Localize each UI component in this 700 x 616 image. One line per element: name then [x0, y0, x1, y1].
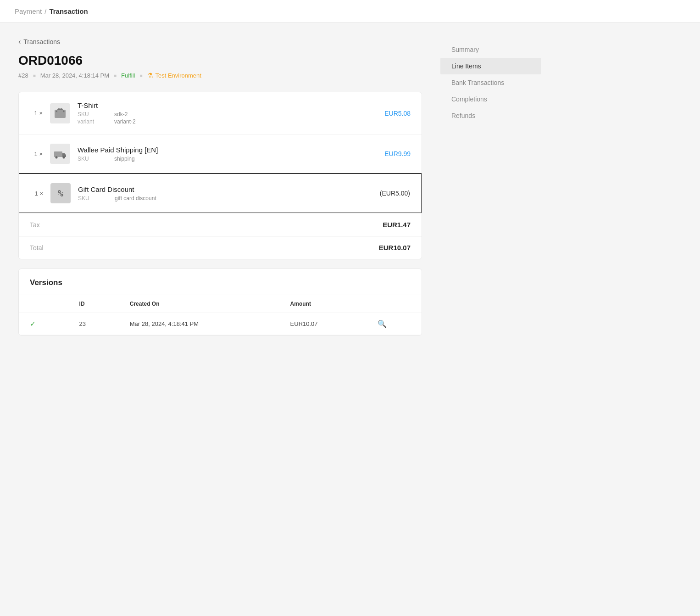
row-id: 23	[68, 313, 119, 335]
transaction-date: Mar 28, 2024, 4:18:14 PM	[40, 72, 109, 79]
item-name-shipping: Wallee Paid Shipping [EN]	[78, 146, 367, 154]
fulfill-link[interactable]: Fulfill	[121, 72, 135, 79]
row-amount: EUR10.07	[279, 313, 367, 335]
breadcrumb-payment[interactable]: Payment	[15, 7, 42, 15]
line-item-tshirt[interactable]: 1 × T-Shirt SKU sdk-2 variant variant-2	[19, 92, 422, 134]
item-name-tshirt: T-Shirt	[78, 101, 367, 109]
col-amount: Amount	[279, 295, 367, 313]
sidebar-item-completions[interactable]: Completions	[440, 91, 541, 107]
svg-point-3	[63, 157, 65, 159]
tax-value: EUR1.47	[383, 221, 411, 229]
tax-row: Tax EUR1.47	[19, 213, 422, 236]
item-meta-giftcard: SKU gift card discount	[78, 195, 366, 202]
variant-label-tshirt: variant	[78, 118, 114, 125]
versions-table-header: ID Created On Amount	[19, 295, 422, 313]
qty-tshirt: 1 ×	[30, 110, 43, 117]
qty-giftcard: 1 ×	[30, 190, 43, 197]
item-name-giftcard: Gift Card Discount	[78, 185, 366, 193]
item-details-giftcard: Gift Card Discount SKU gift card discoun…	[78, 185, 366, 202]
versions-table: ID Created On Amount ✓ 23 Mar 28, 2024, …	[19, 295, 422, 335]
meta-dot-1: ■	[33, 73, 36, 78]
top-bar: Payment / Transaction	[0, 0, 700, 23]
line-items-card: 1 × T-Shirt SKU sdk-2 variant variant-2	[18, 92, 422, 259]
item-meta-tshirt: SKU sdk-2 variant variant-2	[78, 111, 367, 125]
test-environment-badge: ⚗ Test Environment	[147, 72, 201, 79]
content-area: ‹ Transactions ORD01066 #28 ■ Mar 28, 20…	[0, 23, 440, 613]
svg-point-2	[56, 157, 58, 159]
back-nav-label[interactable]: Transactions	[23, 38, 60, 45]
page-title: ORD01066	[18, 53, 422, 68]
total-value: EUR10.07	[379, 244, 411, 252]
item-meta-shipping: SKU shipping	[78, 156, 367, 162]
row-search-action[interactable]: 🔍	[367, 313, 422, 335]
sidebar-item-refunds[interactable]: Refunds	[440, 107, 541, 124]
back-nav[interactable]: ‹ Transactions	[18, 38, 422, 46]
search-icon[interactable]: 🔍	[378, 320, 387, 328]
sku-value-tshirt: sdk-2	[114, 111, 367, 118]
total-label: Total	[30, 244, 44, 252]
sidebar-item-bank-transactions[interactable]: Bank Transactions	[440, 74, 541, 91]
sku-value-shipping: shipping	[114, 156, 367, 162]
item-icon-tshirt	[50, 103, 70, 123]
item-price-shipping: EUR9.99	[374, 150, 411, 157]
breadcrumb-separator: /	[44, 7, 46, 15]
flask-icon: ⚗	[147, 72, 153, 79]
sidebar-item-line-items[interactable]: Line Items	[440, 58, 541, 74]
back-arrow-icon: ‹	[18, 38, 21, 46]
tax-label: Tax	[30, 221, 40, 229]
breadcrumb-current: Transaction	[49, 7, 88, 15]
item-price-tshirt: EUR5.08	[374, 110, 411, 117]
item-icon-giftcard: %	[50, 183, 71, 203]
row-created-on: Mar 28, 2024, 4:18:41 PM	[119, 313, 279, 335]
sku-label-tshirt: SKU	[78, 111, 114, 118]
item-icon-shipping	[50, 144, 70, 164]
versions-card: Versions ID Created On Amount ✓ 23	[18, 269, 422, 336]
table-row: ✓ 23 Mar 28, 2024, 4:18:41 PM EUR10.07 🔍	[19, 313, 422, 335]
sku-label-giftcard: SKU	[78, 195, 115, 202]
main-layout: ‹ Transactions ORD01066 #28 ■ Mar 28, 20…	[0, 23, 700, 613]
transaction-number: #28	[18, 72, 28, 79]
versions-title: Versions	[19, 269, 422, 295]
item-price-giftcard: (EUR5.00)	[373, 190, 410, 197]
meta-dot-3: ■	[139, 73, 142, 78]
row-check-icon: ✓	[19, 313, 68, 335]
sku-value-giftcard: gift card discount	[115, 195, 366, 202]
meta-row: #28 ■ Mar 28, 2024, 4:18:14 PM ■ Fulfill…	[18, 72, 422, 79]
right-sidebar: Summary Line Items Bank Transactions Com…	[440, 23, 541, 613]
check-icon: ✓	[30, 320, 36, 328]
total-row: Total EUR10.07	[19, 236, 422, 259]
sidebar-item-summary[interactable]: Summary	[440, 41, 541, 58]
col-actions	[367, 295, 422, 313]
variant-value-tshirt: variant-2	[114, 118, 367, 125]
qty-shipping: 1 ×	[30, 151, 43, 157]
test-environment-label: Test Environment	[156, 72, 201, 79]
line-item-giftcard[interactable]: 1 × % Gift Card Discount SKU gift card d…	[18, 173, 422, 213]
svg-rect-1	[54, 151, 62, 157]
col-check	[19, 295, 68, 313]
breadcrumb: Payment / Transaction	[15, 7, 88, 15]
meta-dot-2: ■	[114, 73, 117, 78]
item-details-tshirt: T-Shirt SKU sdk-2 variant variant-2	[78, 101, 367, 125]
line-item-shipping[interactable]: 1 × Wallee Paid Shipping [EN] SKU shippi…	[19, 134, 422, 174]
sku-label-shipping: SKU	[78, 156, 114, 162]
item-details-shipping: Wallee Paid Shipping [EN] SKU shipping	[78, 146, 367, 162]
col-created-on: Created On	[119, 295, 279, 313]
col-id: ID	[68, 295, 119, 313]
